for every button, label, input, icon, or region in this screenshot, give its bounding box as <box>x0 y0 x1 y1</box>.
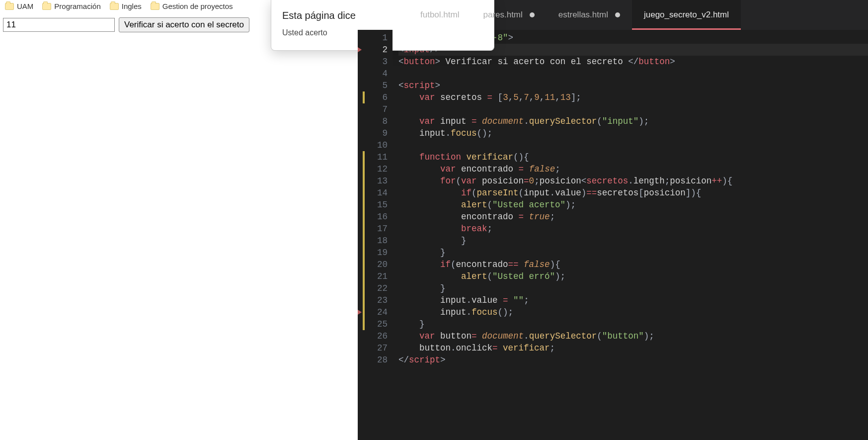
line-number: 25 <box>363 318 388 330</box>
bookmark-label: Gestion de proyectos <box>162 2 233 10</box>
line-number: 9 <box>363 127 388 139</box>
line-number: 12 <box>363 163 388 175</box>
line-number-gutter: 1234567891011121314151617181920212223242… <box>363 30 393 440</box>
modified-indicator <box>363 151 365 330</box>
code-line[interactable]: alert("Usted acerto"); <box>398 199 868 211</box>
tab-label: pares.html <box>483 10 522 20</box>
line-number: 5 <box>363 80 388 91</box>
code-line[interactable]: } <box>398 235 868 247</box>
line-number: 20 <box>363 259 388 270</box>
folder-icon <box>42 3 51 10</box>
bookmark-programacion[interactable]: Programación <box>42 2 100 10</box>
code-line[interactable]: input.focus(); <box>398 127 868 139</box>
code-line[interactable] <box>398 139 868 151</box>
code-line[interactable] <box>398 68 868 80</box>
code-line[interactable]: button.onclick= verificar; <box>398 342 868 354</box>
code-line[interactable]: function verificar(){ <box>398 151 868 163</box>
code-line[interactable]: encontrado = true; <box>398 211 868 223</box>
code-content[interactable]: <meta charset="UTF-8"><input/><button> V… <box>393 30 868 440</box>
line-number: 15 <box>363 199 388 211</box>
line-number: 6 <box>363 91 388 103</box>
code-line[interactable]: var encontrado = false; <box>398 163 868 175</box>
tab-label: futbol.html <box>420 10 459 20</box>
verify-button[interactable]: Verificar si acerto con el secreto <box>119 17 249 32</box>
tab-label: estrellas.html <box>558 10 608 20</box>
bookmark-label: Programación <box>54 2 100 10</box>
code-line[interactable]: } <box>398 318 868 330</box>
line-number: 24 <box>363 306 388 318</box>
line-number: 19 <box>363 247 388 259</box>
tab-pares-html[interactable]: pares.html <box>471 0 546 30</box>
line-number: 17 <box>363 223 388 235</box>
line-number: 7 <box>363 103 388 115</box>
tab-juego_secreto_v2-html[interactable]: juego_secreto_v2.html <box>632 0 741 30</box>
bookmark-ingles[interactable]: Ingles <box>110 2 142 10</box>
code-line[interactable]: } <box>398 282 868 294</box>
code-line[interactable]: </script> <box>398 354 868 366</box>
code-line[interactable]: <button> Verificar si acerto con el secr… <box>398 56 868 68</box>
folder-icon <box>110 3 119 10</box>
code-line[interactable]: var input = document.querySelector("inpu… <box>398 115 868 127</box>
code-line[interactable]: input.value = ""; <box>398 294 868 306</box>
tab-estrellas-html[interactable]: estrellas.html <box>547 0 632 30</box>
code-line[interactable]: for(var posicion=0;posicion<secretos.len… <box>398 175 868 187</box>
tab-futbol-html[interactable]: futbol.html <box>408 0 471 30</box>
line-number: 23 <box>363 294 388 306</box>
bookmark-uam[interactable]: UAM <box>5 2 33 10</box>
line-number: 28 <box>363 354 388 366</box>
line-number: 8 <box>363 115 388 127</box>
bookmark-label: UAM <box>17 2 33 10</box>
code-line[interactable]: var secretos = [3,5,7,9,11,13]; <box>398 91 868 103</box>
bookmark-label: Ingles <box>122 2 142 10</box>
line-number: 10 <box>363 139 388 151</box>
code-line[interactable]: var button= document.querySelector("butt… <box>398 330 868 342</box>
line-number: 22 <box>363 282 388 294</box>
line-number: 13 <box>363 175 388 187</box>
code-line[interactable]: <script> <box>398 80 868 91</box>
line-number: 26 <box>363 330 388 342</box>
line-number: 27 <box>363 342 388 354</box>
modified-indicator <box>363 91 365 103</box>
line-number: 16 <box>363 211 388 223</box>
folder-icon <box>5 3 14 10</box>
browser-pane: UAM Programación Ingles Gestion de proye… <box>0 0 358 440</box>
line-number: 3 <box>363 56 388 68</box>
bookmark-gestion[interactable]: Gestion de proyectos <box>151 2 233 10</box>
code-line[interactable]: } <box>398 247 868 259</box>
line-number: 1 <box>363 32 388 44</box>
code-line[interactable]: if(encontrado== false){ <box>398 259 868 270</box>
tab-label: juego_secreto_v2.html <box>644 10 729 20</box>
line-number: 14 <box>363 187 388 199</box>
code-line[interactable]: input.focus(); <box>398 306 868 318</box>
line-number: 4 <box>363 68 388 80</box>
code-line[interactable]: if(parseInt(input.value)==secretos[posic… <box>398 187 868 199</box>
line-number: 11 <box>363 151 388 163</box>
error-mark-icon <box>358 47 362 52</box>
error-mark-icon <box>358 310 362 315</box>
code-area[interactable]: 1234567891011121314151617181920212223242… <box>358 30 868 440</box>
code-line[interactable]: alert("Usted erró"); <box>398 270 868 282</box>
line-number: 18 <box>363 235 388 247</box>
gutter-error-marks <box>358 30 363 440</box>
folder-icon <box>151 3 159 10</box>
editor-pane: ‹ › futbol.htmlpares.htmlestrellas.htmlj… <box>358 0 868 440</box>
editor-tab-row: ‹ › futbol.htmlpares.htmlestrellas.htmlj… <box>358 0 868 30</box>
line-number: 2 <box>363 44 388 56</box>
secret-input[interactable] <box>3 18 115 32</box>
code-line[interactable]: break; <box>398 223 868 235</box>
code-line[interactable] <box>398 103 868 115</box>
line-number: 21 <box>363 270 388 282</box>
